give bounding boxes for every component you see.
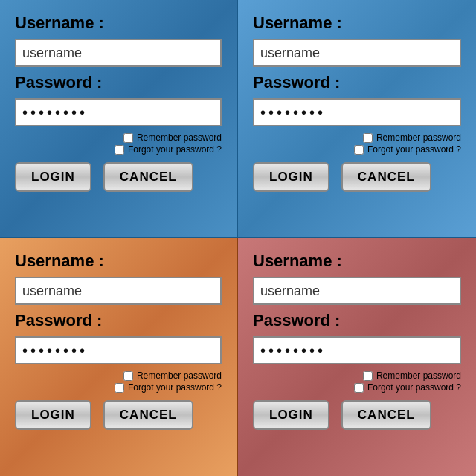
password-label: Password : — [253, 73, 461, 92]
panel-top-right: Username : Password : Remember password … — [238, 0, 476, 238]
password-input[interactable] — [15, 98, 222, 126]
remember-checkbox[interactable] — [363, 371, 373, 381]
checkboxes-group: Remember password Forgot your password ? — [253, 370, 461, 393]
forgot-checkbox[interactable] — [115, 383, 124, 393]
login-button[interactable]: LOGIN — [253, 400, 329, 430]
remember-password-row[interactable]: Remember password — [123, 132, 222, 143]
password-input[interactable] — [253, 336, 461, 364]
remember-label: Remember password — [376, 370, 461, 381]
remember-password-row[interactable]: Remember password — [363, 370, 461, 381]
panel-top-left: Username : Password : Remember password … — [0, 0, 238, 238]
button-group: LOGIN CANCEL — [15, 162, 222, 192]
cancel-button[interactable]: CANCEL — [341, 162, 431, 192]
panel-bottom-left: Username : Password : Remember password … — [0, 238, 238, 476]
forgot-password-row[interactable]: Forgot your password ? — [115, 382, 222, 393]
remember-checkbox[interactable] — [123, 371, 133, 381]
remember-label: Remember password — [376, 132, 461, 143]
cancel-button[interactable]: CANCEL — [103, 162, 193, 192]
forgot-password-row[interactable]: Forgot your password ? — [115, 144, 222, 155]
login-button[interactable]: LOGIN — [15, 162, 91, 192]
password-label: Password : — [15, 311, 222, 330]
username-input[interactable] — [15, 277, 222, 305]
button-group: LOGIN CANCEL — [15, 400, 222, 430]
username-label: Username : — [15, 251, 222, 271]
button-group: LOGIN CANCEL — [253, 400, 461, 430]
password-input[interactable] — [253, 98, 461, 126]
panel-bottom-right: Username : Password : Remember password … — [238, 238, 476, 476]
cancel-button[interactable]: CANCEL — [103, 400, 193, 430]
login-button[interactable]: LOGIN — [253, 162, 329, 192]
cancel-button[interactable]: CANCEL — [341, 400, 431, 430]
remember-checkbox[interactable] — [123, 133, 133, 143]
password-label: Password : — [15, 73, 222, 92]
username-label: Username : — [253, 13, 461, 33]
forgot-password-row[interactable]: Forgot your password ? — [354, 382, 461, 393]
remember-checkbox[interactable] — [363, 133, 373, 143]
forgot-label: Forgot your password ? — [367, 382, 461, 393]
checkboxes-group: Remember password Forgot your password ? — [15, 132, 222, 155]
password-label: Password : — [253, 311, 461, 330]
forgot-label: Forgot your password ? — [128, 144, 222, 155]
checkboxes-group: Remember password Forgot your password ? — [15, 370, 222, 393]
forgot-label: Forgot your password ? — [367, 144, 461, 155]
forgot-password-row[interactable]: Forgot your password ? — [354, 144, 461, 155]
username-input[interactable] — [15, 39, 222, 67]
forgot-checkbox[interactable] — [354, 145, 364, 155]
remember-label: Remember password — [137, 370, 222, 381]
remember-password-row[interactable]: Remember password — [123, 370, 222, 381]
password-input[interactable] — [15, 336, 222, 364]
remember-password-row[interactable]: Remember password — [363, 132, 461, 143]
username-label: Username : — [253, 251, 461, 271]
username-input[interactable] — [253, 39, 461, 67]
checkboxes-group: Remember password Forgot your password ? — [253, 132, 461, 155]
forgot-checkbox[interactable] — [115, 145, 124, 155]
username-label: Username : — [15, 13, 222, 33]
forgot-label: Forgot your password ? — [128, 382, 222, 393]
login-button[interactable]: LOGIN — [15, 400, 91, 430]
username-input[interactable] — [253, 277, 461, 305]
forgot-checkbox[interactable] — [354, 383, 364, 393]
remember-label: Remember password — [137, 132, 222, 143]
button-group: LOGIN CANCEL — [253, 162, 461, 192]
